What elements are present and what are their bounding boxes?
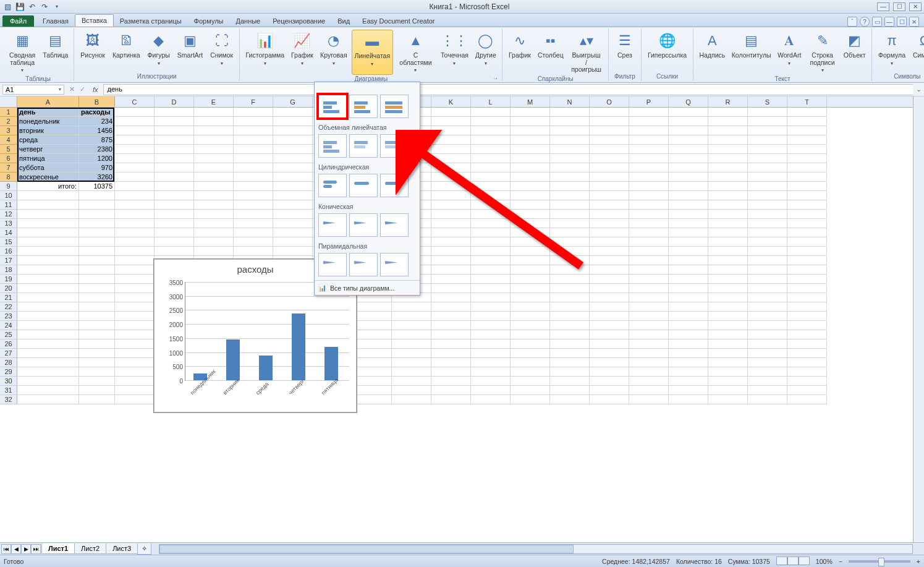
tab-review[interactable]: Рецензирование xyxy=(266,15,331,27)
cell-S6[interactable] xyxy=(748,154,787,163)
cell-N21[interactable] xyxy=(550,293,590,302)
cell-P25[interactable] xyxy=(629,330,669,339)
cell-T20[interactable] xyxy=(787,284,827,293)
cell-S4[interactable] xyxy=(748,135,787,145)
cell-M27[interactable] xyxy=(511,349,550,358)
cell-T4[interactable] xyxy=(787,135,827,145)
cell-Q7[interactable] xyxy=(669,163,708,173)
cell-S17[interactable] xyxy=(748,256,787,265)
cell-S9[interactable] xyxy=(748,182,787,191)
cell-A15[interactable] xyxy=(17,237,79,247)
close-button[interactable]: ✕ xyxy=(909,2,922,11)
cell-C28[interactable] xyxy=(115,358,155,367)
cell-N19[interactable] xyxy=(550,275,590,284)
cell-F3[interactable] xyxy=(234,126,273,135)
cell-L31[interactable] xyxy=(471,386,511,395)
cell-L30[interactable] xyxy=(471,377,511,386)
cell-C23[interactable] xyxy=(115,312,155,321)
col-header-T[interactable]: T xyxy=(787,96,827,107)
cell-C16[interactable] xyxy=(115,247,155,256)
cell-D6[interactable] xyxy=(155,154,194,163)
cell-I29[interactable] xyxy=(352,367,392,377)
gallery-stacked-bar[interactable] xyxy=(349,95,378,118)
cell-K12[interactable] xyxy=(431,210,471,219)
cell-A20[interactable] xyxy=(17,284,79,293)
cell-R13[interactable] xyxy=(708,219,748,228)
cell-M1[interactable] xyxy=(511,108,550,117)
col-header-O[interactable]: O xyxy=(590,96,629,107)
cell-C19[interactable] xyxy=(115,275,155,284)
cell-I27[interactable] xyxy=(352,349,392,358)
cell-A1[interactable]: день xyxy=(17,108,79,117)
cell-T3[interactable] xyxy=(787,126,827,135)
cell-T22[interactable] xyxy=(787,302,827,312)
sparkline-line-button[interactable]: ∿График xyxy=(506,30,533,75)
cell-A23[interactable] xyxy=(17,312,79,321)
gallery-3d-stacked-bar[interactable] xyxy=(349,134,378,158)
cell-O13[interactable] xyxy=(590,219,629,228)
cell-B3[interactable]: 1456 xyxy=(79,126,115,135)
cell-P22[interactable] xyxy=(629,302,669,312)
cell-M10[interactable] xyxy=(511,191,550,200)
cell-J24[interactable] xyxy=(392,321,431,330)
cell-P15[interactable] xyxy=(629,237,669,247)
cell-K26[interactable] xyxy=(431,339,471,349)
cell-S22[interactable] xyxy=(748,302,787,312)
zoom-out-button[interactable]: − xyxy=(839,558,842,565)
cell-D12[interactable] xyxy=(155,210,194,219)
cell-M24[interactable] xyxy=(511,321,550,330)
cell-R4[interactable] xyxy=(708,135,748,145)
sheet-tab-2[interactable]: Лист2 xyxy=(74,544,106,554)
row-header-32[interactable]: 32 xyxy=(0,395,17,404)
cell-K4[interactable] xyxy=(431,135,471,145)
cell-C1[interactable] xyxy=(115,108,155,117)
cell-P11[interactable] xyxy=(629,200,669,210)
cell-R11[interactable] xyxy=(708,200,748,210)
cell-D1[interactable] xyxy=(155,108,194,117)
zoom-slider[interactable] xyxy=(849,560,910,563)
cancel-icon[interactable]: ✕ xyxy=(67,85,77,93)
cell-O27[interactable] xyxy=(590,349,629,358)
cell-C11[interactable] xyxy=(115,200,155,210)
cell-M23[interactable] xyxy=(511,312,550,321)
cell-Q3[interactable] xyxy=(669,126,708,135)
cell-N8[interactable] xyxy=(550,173,590,182)
cell-P18[interactable] xyxy=(629,265,669,275)
cell-A7[interactable]: суббота xyxy=(17,163,79,173)
cell-F12[interactable] xyxy=(234,210,273,219)
cell-O29[interactable] xyxy=(590,367,629,377)
sheet-tab-1[interactable]: Лист1 xyxy=(41,544,75,554)
cell-C9[interactable] xyxy=(115,182,155,191)
cell-O1[interactable] xyxy=(590,108,629,117)
cell-G9[interactable] xyxy=(273,182,313,191)
cell-J23[interactable] xyxy=(392,312,431,321)
cell-B27[interactable] xyxy=(79,349,115,358)
cell-A4[interactable]: среда xyxy=(17,135,79,145)
cell-O11[interactable] xyxy=(590,200,629,210)
cell-E5[interactable] xyxy=(194,145,234,154)
cell-P30[interactable] xyxy=(629,377,669,386)
cell-A25[interactable] xyxy=(17,330,79,339)
cell-A21[interactable] xyxy=(17,293,79,302)
cell-S29[interactable] xyxy=(748,367,787,377)
cell-B14[interactable] xyxy=(79,228,115,237)
row-header-22[interactable]: 22 xyxy=(0,302,17,312)
cell-N11[interactable] xyxy=(550,200,590,210)
cell-C7[interactable] xyxy=(115,163,155,173)
cell-P27[interactable] xyxy=(629,349,669,358)
cell-B7[interactable]: 970 xyxy=(79,163,115,173)
cell-F4[interactable] xyxy=(234,135,273,145)
cell-K6[interactable] xyxy=(431,154,471,163)
cell-I24[interactable] xyxy=(352,321,392,330)
cell-O28[interactable] xyxy=(590,358,629,367)
cell-L21[interactable] xyxy=(471,293,511,302)
cell-P14[interactable] xyxy=(629,228,669,237)
gallery-cone-100[interactable] xyxy=(380,213,409,237)
cell-G11[interactable] xyxy=(273,200,313,210)
cell-M13[interactable] xyxy=(511,219,550,228)
cell-L9[interactable] xyxy=(471,182,511,191)
cell-K20[interactable] xyxy=(431,284,471,293)
cell-C4[interactable] xyxy=(115,135,155,145)
cell-L7[interactable] xyxy=(471,163,511,173)
cell-O26[interactable] xyxy=(590,339,629,349)
